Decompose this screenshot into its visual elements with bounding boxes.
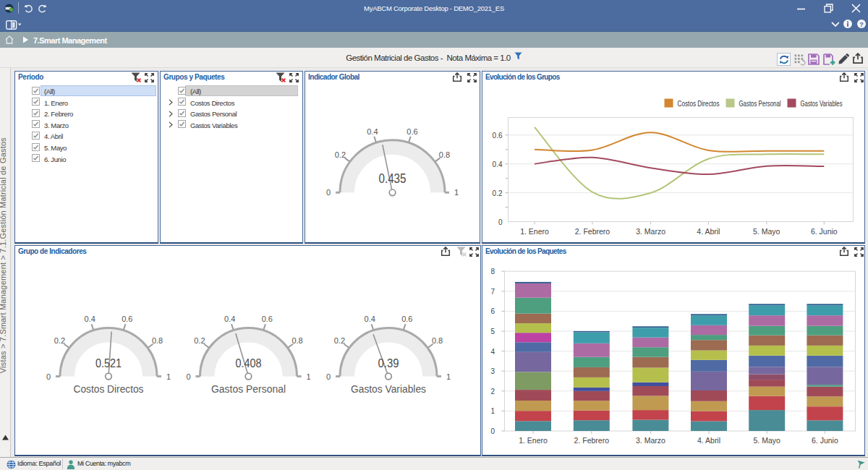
svg-text:2. Febrero: 2. Febrero (574, 436, 610, 445)
svg-text:0: 0 (498, 218, 503, 226)
svg-text:4. Abril: 4. Abril (697, 227, 720, 236)
svg-text:5: 5 (490, 328, 495, 336)
svg-text:0.6: 0.6 (401, 315, 412, 323)
svg-text:0.408: 0.408 (236, 357, 262, 369)
svg-text:0: 0 (326, 372, 331, 381)
svg-text:2: 2 (490, 388, 495, 396)
svg-text:1. Enero: 1. Enero (519, 436, 548, 445)
svg-text:0.2: 0.2 (493, 189, 503, 197)
svg-text:1. Enero: 1. Enero (520, 227, 549, 236)
svg-text:0.6: 0.6 (122, 315, 132, 323)
svg-text:Gastos Variables: Gastos Variables (351, 383, 426, 395)
svg-text:5. Mayo: 5. Mayo (753, 227, 780, 236)
svg-text:3. Marzo: 3. Marzo (636, 436, 665, 445)
svg-text:0.521: 0.521 (95, 357, 122, 369)
svg-text:1: 1 (166, 372, 171, 381)
svg-text:1: 1 (306, 372, 310, 381)
svg-text:Costos Directos: Costos Directos (678, 99, 720, 108)
svg-text:0.8: 0.8 (292, 336, 302, 345)
svg-text:0.2: 0.2 (194, 336, 205, 345)
svg-text:0.2: 0.2 (54, 336, 65, 345)
svg-text:0.2: 0.2 (335, 150, 346, 159)
svg-text:0: 0 (490, 427, 495, 435)
svg-text:7: 7 (490, 288, 495, 296)
svg-text:0.4: 0.4 (493, 161, 503, 168)
svg-text:0.4: 0.4 (224, 315, 235, 323)
svg-text:0.2: 0.2 (334, 336, 345, 345)
svg-text:0.4: 0.4 (365, 315, 375, 323)
svg-text:0: 0 (326, 188, 331, 197)
svg-text:0: 0 (186, 372, 190, 381)
svg-text:2. Febrero: 2. Febrero (575, 227, 610, 236)
svg-text:6. Junio: 6. Junio (812, 436, 838, 445)
svg-text:8: 8 (490, 268, 495, 275)
svg-text:1: 1 (454, 188, 459, 197)
svg-text:3. Marzo: 3. Marzo (636, 227, 665, 236)
svg-text:0.8: 0.8 (439, 150, 450, 159)
svg-text:0.8: 0.8 (152, 336, 163, 345)
svg-text:0.6: 0.6 (493, 132, 503, 140)
svg-text:0.435: 0.435 (379, 171, 407, 186)
svg-text:0: 0 (46, 372, 51, 381)
svg-text:1: 1 (446, 372, 451, 381)
svg-text:0.6: 0.6 (407, 127, 417, 136)
svg-text:3: 3 (490, 367, 495, 375)
svg-text:Gastos Variables: Gastos Variables (801, 99, 843, 108)
svg-text:4: 4 (490, 348, 495, 356)
svg-text:5. Mayo: 5. Mayo (754, 436, 781, 445)
svg-text:?: ? (859, 20, 864, 28)
svg-text:4. Abril: 4. Abril (697, 436, 720, 445)
svg-text:1: 1 (490, 407, 495, 415)
svg-text:0.8: 0.8 (432, 336, 443, 345)
svg-text:Gastos Personal: Gastos Personal (211, 383, 286, 395)
svg-text:6: 6 (490, 307, 495, 315)
svg-text:0.39: 0.39 (378, 357, 399, 369)
svg-text:0.6: 0.6 (262, 315, 273, 323)
svg-text:0.4: 0.4 (367, 127, 378, 136)
svg-text:Gastos Personal: Gastos Personal (739, 99, 781, 108)
svg-text:0.4: 0.4 (85, 315, 95, 323)
svg-text:6. Junio: 6. Junio (811, 227, 838, 236)
svg-text:Costos Directos: Costos Directos (74, 383, 144, 395)
